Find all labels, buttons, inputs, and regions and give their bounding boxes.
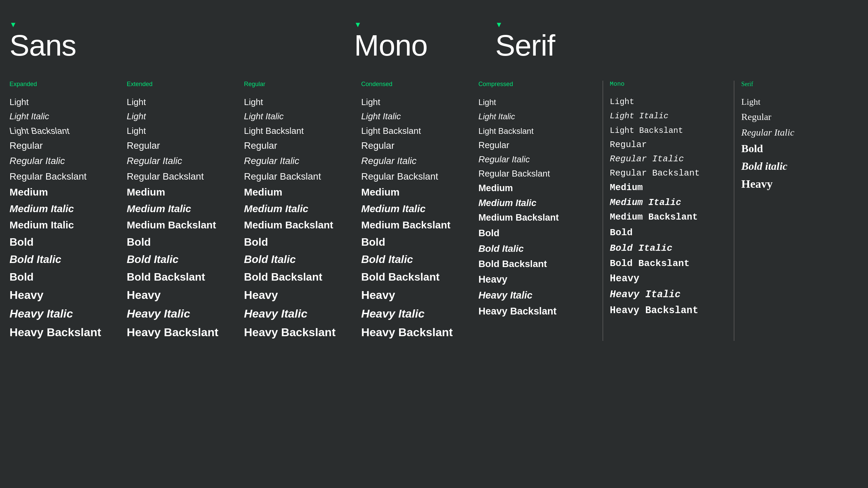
list-item[interactable]: Bold — [127, 234, 237, 251]
list-item[interactable]: Light — [478, 95, 589, 109]
sans-family-title[interactable]: Sans — [9, 30, 76, 60]
list-item[interactable]: Light Backslant — [9, 124, 120, 138]
list-item[interactable]: Regular Italic — [361, 154, 472, 168]
list-item[interactable]: Heavy Italic — [9, 305, 120, 323]
list-item[interactable]: Light — [9, 95, 120, 109]
list-item[interactable]: Regular Backslant — [244, 169, 354, 184]
list-item[interactable]: Medium Italic — [9, 217, 120, 233]
list-item[interactable]: Light Italic — [9, 109, 120, 123]
list-item[interactable]: Heavy Backslant — [610, 303, 721, 319]
list-item[interactable]: Heavy — [741, 175, 852, 193]
list-item[interactable]: Light — [741, 95, 852, 109]
list-item[interactable]: Heavy — [9, 286, 120, 304]
list-item[interactable]: Medium Italic — [127, 201, 237, 217]
list-item[interactable]: Bold Italic — [478, 241, 589, 256]
list-item[interactable]: Medium — [244, 184, 354, 200]
list-item[interactable]: Bold Backslant — [127, 269, 237, 286]
list-item[interactable]: Medium Backslant — [478, 211, 589, 225]
list-item[interactable]: Light Backslant — [244, 124, 354, 138]
list-item[interactable]: Heavy — [361, 286, 472, 304]
list-item[interactable]: Regular — [478, 138, 589, 152]
list-item[interactable]: Light — [361, 95, 472, 109]
list-item[interactable]: Light Backslant — [361, 124, 472, 138]
list-item[interactable]: Regular Backslant — [9, 169, 120, 184]
list-item[interactable]: Bold — [610, 225, 721, 240]
list-item[interactable]: Light Italic — [478, 109, 589, 123]
list-item[interactable]: Bold — [9, 269, 120, 286]
list-item[interactable]: Medium — [478, 181, 589, 196]
list-item[interactable]: Regular — [244, 138, 354, 153]
list-item[interactable]: Medium Italic — [9, 201, 120, 217]
list-item[interactable]: Regular Italic — [741, 125, 852, 140]
list-item[interactable]: Regular Backslant — [610, 166, 721, 180]
list-item[interactable]: Heavy Italic — [127, 305, 237, 323]
list-item[interactable]: Heavy Backslant — [478, 304, 589, 319]
list-item[interactable]: Heavy Italic — [361, 305, 472, 323]
list-item[interactable]: Regular — [9, 138, 120, 153]
list-item[interactable]: Medium — [610, 181, 721, 195]
list-item[interactable]: Heavy Backslant — [244, 323, 354, 341]
list-item[interactable]: Bold italic — [741, 158, 852, 175]
list-item[interactable]: Medium Backslant — [361, 217, 472, 233]
list-item[interactable]: Bold Italic — [610, 241, 721, 256]
list-item[interactable]: Bold Italic — [9, 251, 120, 268]
list-item[interactable]: Light Backslant — [610, 124, 721, 137]
list-item[interactable]: Medium — [127, 184, 237, 200]
mono-dropdown-arrow[interactable]: ▼ — [354, 20, 428, 29]
list-item[interactable]: Heavy Backslant — [361, 323, 472, 341]
list-item[interactable]: Regular Backslant — [361, 169, 472, 184]
list-item[interactable]: Medium — [361, 184, 472, 200]
list-item[interactable]: Bold — [9, 234, 120, 251]
list-item[interactable]: Bold Italic — [244, 251, 354, 268]
serif-family-title[interactable]: Serif — [495, 30, 555, 60]
list-item[interactable]: Bold Italic — [361, 251, 472, 268]
list-item[interactable]: Light — [244, 95, 354, 109]
list-item[interactable]: Heavy — [127, 286, 237, 304]
list-item[interactable]: Regular — [741, 109, 852, 124]
list-item[interactable]: Regular — [127, 138, 237, 153]
list-item[interactable]: Heavy Backslant — [127, 323, 237, 341]
sans-dropdown-arrow[interactable]: ▼ — [9, 20, 76, 29]
list-item[interactable]: Regular — [361, 138, 472, 153]
list-item[interactable]: Bold Backslant — [244, 269, 354, 286]
list-item[interactable]: Regular Italic — [9, 154, 120, 168]
list-item[interactable]: Regular Backslant — [478, 167, 589, 180]
list-item[interactable]: Regular Backslant — [127, 169, 237, 184]
list-item[interactable]: Bold Italic — [127, 251, 237, 268]
list-item[interactable]: Heavy — [610, 271, 721, 287]
list-item[interactable]: Light — [610, 95, 721, 108]
list-item[interactable]: Medium Italic — [478, 196, 589, 210]
list-item[interactable]: Heavy Italic — [478, 288, 589, 303]
list-item[interactable]: Regular Italic — [610, 152, 721, 166]
list-item[interactable]: Regular Italic — [127, 154, 237, 168]
mono-family-title[interactable]: Mono — [354, 30, 428, 60]
list-item[interactable]: Medium Italic — [361, 201, 472, 217]
list-item[interactable]: Light — [127, 109, 237, 123]
list-item[interactable]: Light Backslant — [478, 124, 589, 138]
list-item[interactable]: Bold Backslant — [361, 269, 472, 286]
list-item[interactable]: Heavy — [478, 272, 589, 287]
list-item[interactable]: Medium Backslant — [610, 210, 721, 225]
serif-dropdown-arrow[interactable]: ▼ — [495, 20, 555, 29]
list-item[interactable]: Regular Italic — [244, 154, 354, 168]
list-item[interactable]: Bold Backslant — [610, 256, 721, 271]
list-item[interactable]: Heavy Backslant — [9, 323, 120, 341]
list-item[interactable]: Regular — [610, 138, 721, 151]
list-item[interactable]: Bold Backslant — [478, 257, 589, 271]
list-item[interactable]: Regular Italic — [478, 152, 589, 166]
list-item[interactable]: Light — [127, 95, 237, 109]
list-item[interactable]: Bold — [244, 234, 354, 251]
list-item[interactable]: Light Italic — [610, 109, 721, 123]
list-item[interactable]: Light Italic — [361, 109, 472, 123]
list-item[interactable]: Medium — [9, 184, 120, 200]
list-item[interactable]: Light Italic — [244, 109, 354, 123]
list-item[interactable]: Medium Italic — [610, 196, 721, 210]
list-item[interactable]: Bold — [741, 140, 852, 157]
list-item[interactable]: Bold — [478, 226, 589, 240]
list-item[interactable]: Heavy Italic — [610, 287, 721, 303]
list-item[interactable]: Light — [127, 124, 237, 138]
list-item[interactable]: Medium Backslant — [127, 217, 237, 233]
list-item[interactable]: Heavy Italic — [244, 305, 354, 323]
list-item[interactable]: Medium Backslant — [244, 217, 354, 233]
list-item[interactable]: Bold — [361, 234, 472, 251]
